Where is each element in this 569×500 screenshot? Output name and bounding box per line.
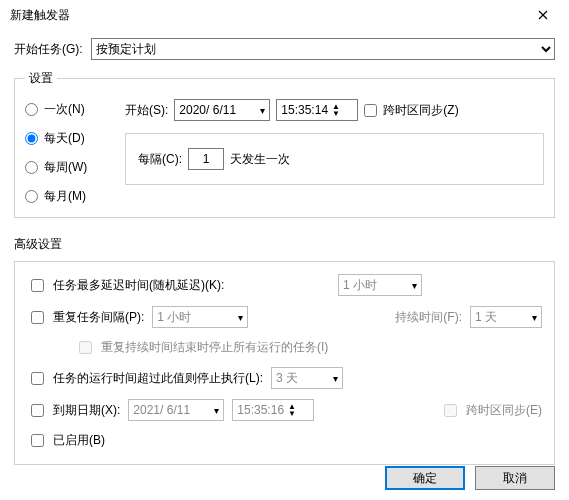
title-bar: 新建触发器 — [0, 0, 569, 30]
stop-at-end-checkbox: 重复持续时间结束时停止所有运行的任务(I) — [75, 338, 328, 357]
repeat-combo[interactable]: 1 小时 ▾ — [152, 306, 248, 328]
recur-suffix: 天发生一次 — [230, 151, 290, 168]
schedule-radio-group: 一次(N) 每天(D) 每周(W) 每月(M) — [25, 99, 115, 205]
dialog-content: 开始任务(G): 按预定计划 设置 一次(N) 每天(D) 每周(W) — [0, 30, 569, 465]
begin-task-label: 开始任务(G): — [14, 41, 83, 58]
delay-checkbox[interactable]: 任务最多延迟时间(随机延迟)(K): — [27, 276, 224, 295]
recur-box: 每隔(C): 1 天发生一次 — [125, 133, 544, 185]
radio-monthly-input[interactable] — [25, 190, 38, 203]
recur-value-input[interactable]: 1 — [188, 148, 224, 170]
calendar-dropdown-icon: ▾ — [210, 405, 219, 416]
expire-checkbox[interactable]: 到期日期(X): — [27, 401, 120, 420]
window-title: 新建触发器 — [10, 7, 70, 24]
expire-date-value: 2021/ 6/11 — [133, 403, 190, 417]
duration-combo[interactable]: 1 天 ▾ — [470, 306, 542, 328]
recur-prefix: 每隔(C): — [138, 151, 182, 168]
spin-icon: ▲▼ — [288, 403, 296, 417]
enabled-input[interactable] — [31, 434, 44, 447]
expire-label: 到期日期(X): — [53, 402, 120, 419]
expire-time-picker[interactable]: 15:35:16 ▲▼ — [232, 399, 314, 421]
begin-task-select[interactable]: 按预定计划 — [91, 38, 555, 60]
repeat-value: 1 小时 — [157, 309, 191, 326]
settings-group: 设置 一次(N) 每天(D) 每周(W) 每月(M) — [14, 70, 555, 218]
stop-at-end-input — [79, 341, 92, 354]
stop-after-input[interactable] — [31, 372, 44, 385]
radio-once[interactable]: 一次(N) — [25, 101, 115, 118]
stop-after-label: 任务的运行时间超过此值则停止执行(L): — [53, 370, 263, 387]
radio-monthly-label: 每月(M) — [44, 188, 86, 205]
calendar-dropdown-icon: ▾ — [256, 105, 265, 116]
radio-once-input[interactable] — [25, 103, 38, 116]
repeat-label: 重复任务间隔(P): — [53, 309, 144, 326]
start-date-value: 2020/ 6/11 — [179, 103, 236, 117]
start-time-value: 15:35:14 — [281, 103, 328, 117]
ok-button[interactable]: 确定 — [385, 466, 465, 490]
stop-after-combo[interactable]: 3 天 ▾ — [271, 367, 343, 389]
dialog-footer: 确定 取消 — [385, 466, 555, 490]
enabled-checkbox[interactable]: 已启用(B) — [27, 431, 105, 450]
delay-input[interactable] — [31, 279, 44, 292]
start-row: 开始(S): 2020/ 6/11 ▾ 15:35:14 ▲▼ 跨时区同步(Z) — [125, 99, 544, 121]
duration-label: 持续时间(F): — [395, 309, 462, 326]
stop-at-end-label: 重复持续时间结束时停止所有运行的任务(I) — [101, 339, 328, 356]
chevron-down-icon: ▾ — [234, 312, 243, 323]
start-time-picker[interactable]: 15:35:14 ▲▼ — [276, 99, 358, 121]
sync-tz-checkbox[interactable]: 跨时区同步(Z) — [364, 102, 458, 119]
enabled-label: 已启用(B) — [53, 432, 105, 449]
sync-tz-input[interactable] — [364, 104, 377, 117]
radio-weekly[interactable]: 每周(W) — [25, 159, 115, 176]
advanced-group: 任务最多延迟时间(随机延迟)(K): 1 小时 ▾ 重复任务间隔(P): 1 小… — [14, 261, 555, 465]
radio-daily-label: 每天(D) — [44, 130, 85, 147]
start-date-picker[interactable]: 2020/ 6/11 ▾ — [174, 99, 270, 121]
radio-daily-input[interactable] — [25, 132, 38, 145]
settings-legend: 设置 — [25, 70, 57, 87]
expire-time-value: 15:35:16 — [237, 403, 284, 417]
repeat-input[interactable] — [31, 311, 44, 324]
expire-input[interactable] — [31, 404, 44, 417]
radio-once-label: 一次(N) — [44, 101, 85, 118]
radio-monthly[interactable]: 每月(M) — [25, 188, 115, 205]
close-button[interactable] — [523, 1, 563, 29]
recur-value: 1 — [203, 152, 210, 166]
chevron-down-icon: ▾ — [408, 280, 417, 291]
stop-after-checkbox[interactable]: 任务的运行时间超过此值则停止执行(L): — [27, 369, 263, 388]
start-label: 开始(S): — [125, 102, 168, 119]
close-icon — [538, 10, 548, 20]
cancel-button[interactable]: 取消 — [475, 466, 555, 490]
expire-date-picker[interactable]: 2021/ 6/11 ▾ — [128, 399, 224, 421]
radio-weekly-label: 每周(W) — [44, 159, 87, 176]
radio-weekly-input[interactable] — [25, 161, 38, 174]
repeat-checkbox[interactable]: 重复任务间隔(P): — [27, 308, 144, 327]
advanced-legend: 高级设置 — [14, 236, 555, 253]
delay-label: 任务最多延迟时间(随机延迟)(K): — [53, 277, 224, 294]
begin-task-row: 开始任务(G): 按预定计划 — [14, 38, 555, 60]
sync-tz-label: 跨时区同步(Z) — [383, 102, 458, 119]
radio-daily[interactable]: 每天(D) — [25, 130, 115, 147]
chevron-down-icon: ▾ — [528, 312, 537, 323]
expire-sync-tz-input — [444, 404, 457, 417]
stop-after-value: 3 天 — [276, 370, 298, 387]
expire-sync-tz-label: 跨时区同步(E) — [466, 402, 542, 419]
spin-icon: ▲▼ — [332, 103, 340, 117]
delay-combo[interactable]: 1 小时 ▾ — [338, 274, 422, 296]
duration-value: 1 天 — [475, 309, 497, 326]
delay-value: 1 小时 — [343, 277, 377, 294]
chevron-down-icon: ▾ — [329, 373, 338, 384]
expire-sync-tz-checkbox: 跨时区同步(E) — [440, 401, 542, 420]
